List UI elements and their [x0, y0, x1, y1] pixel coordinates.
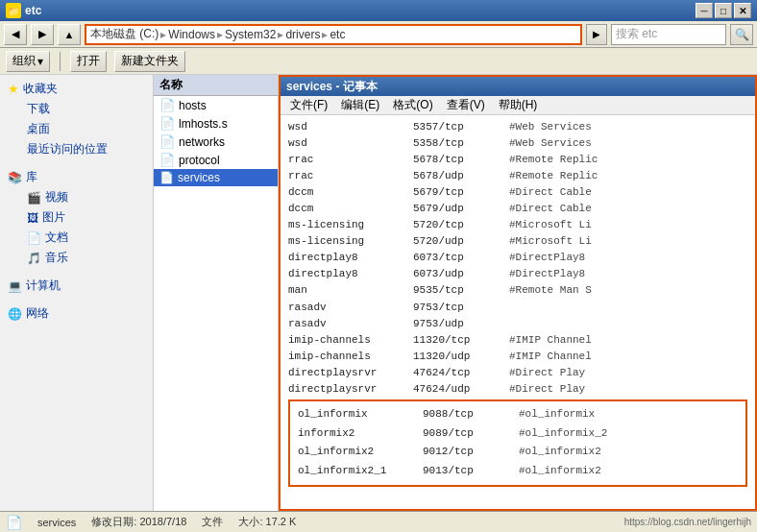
file-item-services[interactable]: 📄 services: [154, 169, 278, 186]
hl-port-cell: 9012/tcp: [423, 443, 519, 462]
new-folder-button[interactable]: 新建文件夹: [114, 51, 185, 72]
content-line-8: directplay86073/tcp#DirectPlay8: [288, 250, 747, 266]
sidebar-item-network[interactable]: 🌐 网络: [4, 303, 149, 324]
search-input[interactable]: 搜索 etc: [611, 24, 726, 45]
music-label: 音乐: [45, 250, 68, 266]
sep3: ▸: [278, 28, 283, 41]
notepad-title: services - 记事本: [281, 77, 755, 96]
file-name-lmhosts: lmhosts.s: [179, 117, 228, 131]
favorites-section: ★ 收藏夹 下载 桌面 最近访问的位置: [4, 79, 149, 159]
sidebar-item-documents[interactable]: 📄 文档: [23, 228, 149, 248]
sidebar-item-recent[interactable]: 最近访问的位置: [23, 139, 149, 159]
sidebar-item-pictures[interactable]: 🖼 图片: [23, 207, 149, 228]
content-line-11: rasadv9753/tcp: [288, 300, 747, 316]
content-line-6: ms-licensing5720/tcp#Microsoft Li: [288, 217, 747, 233]
hl-port-cell: 9088/tcp: [423, 405, 519, 424]
content-line-2: rrac5678/tcp#Remote Replic: [288, 152, 747, 168]
computer-section: 💻 计算机: [4, 276, 149, 296]
status-file-icon: 📄: [6, 515, 22, 530]
hl-comment-cell: #ol_informix2: [519, 462, 601, 481]
sidebar-item-desktop[interactable]: 桌面: [23, 119, 149, 139]
library-icon: 📚: [8, 171, 22, 184]
service-cell: wsd: [288, 135, 413, 152]
file-item-networks[interactable]: 📄 networks: [154, 133, 278, 151]
organize-arrow: ▾: [37, 55, 43, 68]
forward-button[interactable]: ▶: [31, 24, 54, 45]
star-icon: ★: [8, 82, 19, 96]
search-button[interactable]: 🔍: [730, 24, 753, 45]
back-button[interactable]: ◀: [4, 24, 27, 45]
port-cell: 5720/tcp: [413, 217, 509, 233]
recent-label: 最近访问的位置: [27, 141, 108, 157]
status-size: 大小: 17.2 K: [238, 515, 296, 529]
comment-cell: #Web Services: [509, 135, 592, 152]
port-cell: 5679/tcp: [413, 184, 509, 201]
file-item-hosts[interactable]: 📄 hosts: [154, 96, 278, 114]
video-label: 视频: [45, 189, 68, 206]
hl-service-cell: ol_informix2_1: [298, 462, 423, 481]
port-cell: 9753/udp: [413, 316, 509, 332]
service-cell: directplay8: [288, 266, 413, 282]
minimize-button[interactable]: ─: [696, 3, 713, 18]
service-cell: dccm: [288, 184, 413, 201]
download-label: 下载: [27, 101, 50, 117]
content-line-7: ms-licensing5720/udp#Microsoft Li: [288, 233, 747, 250]
pictures-icon: 🖼: [27, 211, 38, 225]
menu-file[interactable]: 文件(F): [284, 96, 333, 114]
comment-cell: #IMIP Channel: [509, 349, 592, 365]
port-cell: 5720/udp: [413, 233, 509, 250]
port-cell: 9535/tcp: [413, 282, 509, 299]
sidebar-item-computer[interactable]: 💻 计算机: [4, 276, 149, 296]
go-button[interactable]: ▶: [586, 24, 607, 45]
comment-cell: #Remote Replic: [509, 152, 598, 168]
notepad-content[interactable]: wsd5357/tcp#Web Serviceswsd5358/tcp#Web …: [281, 115, 755, 509]
hl-service-cell: ol_informix2: [298, 443, 423, 462]
sidebar-item-favorites[interactable]: ★ 收藏夹: [4, 79, 149, 99]
hl-comment-cell: #ol_informix: [519, 405, 595, 424]
port-cell: 5679/udp: [413, 201, 509, 217]
content-lines: wsd5357/tcp#Web Serviceswsd5358/tcp#Web …: [288, 119, 747, 398]
menu-help[interactable]: 帮助(H): [493, 96, 544, 114]
service-cell: rrac: [288, 152, 413, 168]
service-cell: rrac: [288, 168, 413, 184]
service-cell: rasadv: [288, 300, 413, 316]
open-button[interactable]: 打开: [70, 51, 107, 72]
port-cell: 9753/tcp: [413, 300, 509, 316]
port-cell: 5678/udp: [413, 168, 509, 184]
file-item-lmhosts[interactable]: 📄 lmhosts.s: [154, 114, 278, 133]
close-button[interactable]: ✕: [734, 3, 751, 18]
comment-cell: #Remote Replic: [509, 168, 598, 184]
sidebar-item-video[interactable]: 🎬 视频: [23, 187, 149, 207]
comment-cell: #IMIP Channel: [509, 332, 592, 349]
address-bar: ◀ ▶ ▲ 本地磁盘 (C:) ▸ Windows ▸ System32 ▸ d…: [0, 21, 757, 48]
comment-cell: #Direct Cable: [509, 184, 592, 201]
sidebar-item-music[interactable]: 🎵 音乐: [23, 248, 149, 268]
sidebar-item-library[interactable]: 📚 库: [4, 167, 149, 187]
content-line-13: imip-channels11320/tcp#IMIP Channel: [288, 332, 747, 349]
file-icon-lmhosts: 📄: [159, 116, 175, 131]
notepad-title-text: services - 记事本: [286, 79, 378, 95]
header-name: 名称: [159, 77, 183, 93]
hl-comment-cell: #ol_informix_2: [519, 424, 607, 444]
organize-button[interactable]: 组织 ▾: [6, 51, 50, 72]
path-etc: etc: [330, 28, 345, 41]
highlight-line-0: ol_informix9088/tcp#ol_informix: [298, 405, 738, 424]
search-placeholder: 搜索 etc: [616, 26, 657, 42]
menu-format[interactable]: 格式(O): [387, 96, 438, 114]
hl-service-cell: informix2: [298, 424, 423, 444]
path-system32: System32: [225, 28, 276, 41]
sidebar-item-download[interactable]: 下载: [23, 99, 149, 119]
maximize-button[interactable]: □: [715, 3, 732, 18]
menu-view[interactable]: 查看(V): [441, 96, 491, 114]
file-item-protocol[interactable]: 📄 protocol: [154, 151, 278, 169]
content-line-9: directplay86073/udp#DirectPlay8: [288, 266, 747, 282]
address-input[interactable]: 本地磁盘 (C:) ▸ Windows ▸ System32 ▸ drivers…: [85, 24, 582, 45]
file-icon-hosts: 📄: [159, 98, 175, 112]
service-cell: directplay8: [288, 250, 413, 266]
menu-edit[interactable]: 编辑(E): [335, 96, 385, 114]
favorites-sub: 下载 桌面 最近访问的位置: [4, 99, 149, 159]
up-button[interactable]: ▲: [58, 24, 81, 45]
content-line-14: imip-channels11320/udp#IMIP Channel: [288, 349, 747, 365]
main-content: ★ 收藏夹 下载 桌面 最近访问的位置 📚 库: [0, 75, 757, 511]
path-root: 本地磁盘 (C:): [90, 26, 159, 42]
